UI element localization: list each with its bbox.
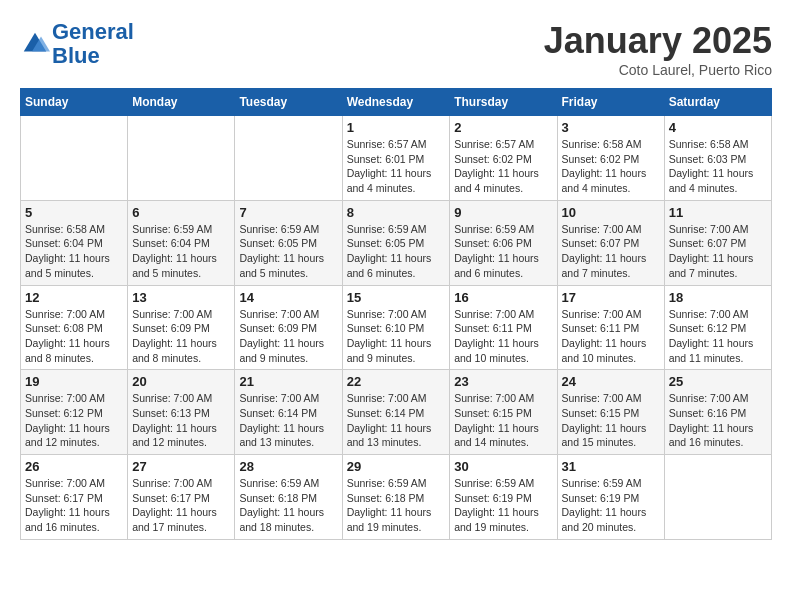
day-number: 30 [454,459,552,474]
day-info: Sunrise: 7:00 AMSunset: 6:11 PMDaylight:… [562,307,660,366]
calendar-week-4: 19Sunrise: 7:00 AMSunset: 6:12 PMDayligh… [21,370,772,455]
weekday-header-wednesday: Wednesday [342,89,450,116]
day-number: 6 [132,205,230,220]
day-number: 9 [454,205,552,220]
calendar-cell: 25Sunrise: 7:00 AMSunset: 6:16 PMDayligh… [664,370,771,455]
calendar-cell: 30Sunrise: 6:59 AMSunset: 6:19 PMDayligh… [450,455,557,540]
calendar-cell: 1Sunrise: 6:57 AMSunset: 6:01 PMDaylight… [342,116,450,201]
calendar-cell: 13Sunrise: 7:00 AMSunset: 6:09 PMDayligh… [128,285,235,370]
day-number: 16 [454,290,552,305]
day-info: Sunrise: 7:00 AMSunset: 6:10 PMDaylight:… [347,307,446,366]
calendar-week-2: 5Sunrise: 6:58 AMSunset: 6:04 PMDaylight… [21,200,772,285]
day-info: Sunrise: 6:58 AMSunset: 6:03 PMDaylight:… [669,137,767,196]
weekday-header-tuesday: Tuesday [235,89,342,116]
day-number: 23 [454,374,552,389]
day-info: Sunrise: 7:00 AMSunset: 6:14 PMDaylight:… [347,391,446,450]
calendar-cell: 21Sunrise: 7:00 AMSunset: 6:14 PMDayligh… [235,370,342,455]
calendar-cell: 19Sunrise: 7:00 AMSunset: 6:12 PMDayligh… [21,370,128,455]
logo-blue: Blue [52,43,100,68]
day-info: Sunrise: 6:59 AMSunset: 6:05 PMDaylight:… [347,222,446,281]
month-title: January 2025 [544,20,772,62]
calendar-cell: 4Sunrise: 6:58 AMSunset: 6:03 PMDaylight… [664,116,771,201]
day-info: Sunrise: 6:58 AMSunset: 6:04 PMDaylight:… [25,222,123,281]
day-number: 10 [562,205,660,220]
calendar-table: SundayMondayTuesdayWednesdayThursdayFrid… [20,88,772,540]
calendar-week-5: 26Sunrise: 7:00 AMSunset: 6:17 PMDayligh… [21,455,772,540]
day-info: Sunrise: 7:00 AMSunset: 6:16 PMDaylight:… [669,391,767,450]
weekday-header-friday: Friday [557,89,664,116]
day-info: Sunrise: 6:58 AMSunset: 6:02 PMDaylight:… [562,137,660,196]
day-info: Sunrise: 7:00 AMSunset: 6:14 PMDaylight:… [239,391,337,450]
day-info: Sunrise: 6:59 AMSunset: 6:06 PMDaylight:… [454,222,552,281]
day-info: Sunrise: 7:00 AMSunset: 6:07 PMDaylight:… [562,222,660,281]
day-info: Sunrise: 7:00 AMSunset: 6:17 PMDaylight:… [132,476,230,535]
calendar-cell: 18Sunrise: 7:00 AMSunset: 6:12 PMDayligh… [664,285,771,370]
day-number: 17 [562,290,660,305]
day-number: 2 [454,120,552,135]
day-number: 14 [239,290,337,305]
day-info: Sunrise: 7:00 AMSunset: 6:15 PMDaylight:… [454,391,552,450]
day-number: 31 [562,459,660,474]
day-info: Sunrise: 7:00 AMSunset: 6:12 PMDaylight:… [669,307,767,366]
page-header: General Blue January 2025 Coto Laurel, P… [20,20,772,78]
calendar-cell: 11Sunrise: 7:00 AMSunset: 6:07 PMDayligh… [664,200,771,285]
day-number: 22 [347,374,446,389]
day-number: 4 [669,120,767,135]
day-number: 20 [132,374,230,389]
day-info: Sunrise: 6:57 AMSunset: 6:02 PMDaylight:… [454,137,552,196]
calendar-cell: 8Sunrise: 6:59 AMSunset: 6:05 PMDaylight… [342,200,450,285]
day-info: Sunrise: 7:00 AMSunset: 6:11 PMDaylight:… [454,307,552,366]
day-info: Sunrise: 7:00 AMSunset: 6:07 PMDaylight:… [669,222,767,281]
day-number: 8 [347,205,446,220]
calendar-cell: 20Sunrise: 7:00 AMSunset: 6:13 PMDayligh… [128,370,235,455]
day-number: 26 [25,459,123,474]
calendar-cell: 12Sunrise: 7:00 AMSunset: 6:08 PMDayligh… [21,285,128,370]
calendar-cell: 16Sunrise: 7:00 AMSunset: 6:11 PMDayligh… [450,285,557,370]
day-number: 27 [132,459,230,474]
day-number: 15 [347,290,446,305]
weekday-header-sunday: Sunday [21,89,128,116]
day-number: 18 [669,290,767,305]
calendar-cell: 23Sunrise: 7:00 AMSunset: 6:15 PMDayligh… [450,370,557,455]
title-block: January 2025 Coto Laurel, Puerto Rico [544,20,772,78]
calendar-cell: 3Sunrise: 6:58 AMSunset: 6:02 PMDaylight… [557,116,664,201]
day-number: 25 [669,374,767,389]
calendar-cell: 29Sunrise: 6:59 AMSunset: 6:18 PMDayligh… [342,455,450,540]
calendar-cell: 27Sunrise: 7:00 AMSunset: 6:17 PMDayligh… [128,455,235,540]
calendar-cell: 6Sunrise: 6:59 AMSunset: 6:04 PMDaylight… [128,200,235,285]
day-number: 24 [562,374,660,389]
day-number: 21 [239,374,337,389]
calendar-cell [664,455,771,540]
calendar-cell: 14Sunrise: 7:00 AMSunset: 6:09 PMDayligh… [235,285,342,370]
day-info: Sunrise: 6:57 AMSunset: 6:01 PMDaylight:… [347,137,446,196]
day-info: Sunrise: 6:59 AMSunset: 6:05 PMDaylight:… [239,222,337,281]
calendar-cell [21,116,128,201]
weekday-header-saturday: Saturday [664,89,771,116]
day-number: 29 [347,459,446,474]
day-info: Sunrise: 6:59 AMSunset: 6:04 PMDaylight:… [132,222,230,281]
day-info: Sunrise: 6:59 AMSunset: 6:18 PMDaylight:… [347,476,446,535]
day-number: 19 [25,374,123,389]
weekday-header-thursday: Thursday [450,89,557,116]
logo-general: General [52,19,134,44]
calendar-header-row: SundayMondayTuesdayWednesdayThursdayFrid… [21,89,772,116]
logo-icon [20,29,50,59]
calendar-cell: 7Sunrise: 6:59 AMSunset: 6:05 PMDaylight… [235,200,342,285]
calendar-cell: 31Sunrise: 6:59 AMSunset: 6:19 PMDayligh… [557,455,664,540]
calendar-cell: 22Sunrise: 7:00 AMSunset: 6:14 PMDayligh… [342,370,450,455]
day-number: 12 [25,290,123,305]
calendar-cell: 26Sunrise: 7:00 AMSunset: 6:17 PMDayligh… [21,455,128,540]
day-info: Sunrise: 7:00 AMSunset: 6:09 PMDaylight:… [239,307,337,366]
calendar-week-3: 12Sunrise: 7:00 AMSunset: 6:08 PMDayligh… [21,285,772,370]
day-number: 11 [669,205,767,220]
calendar-cell [235,116,342,201]
calendar-week-1: 1Sunrise: 6:57 AMSunset: 6:01 PMDaylight… [21,116,772,201]
day-info: Sunrise: 6:59 AMSunset: 6:19 PMDaylight:… [562,476,660,535]
logo: General Blue [20,20,134,68]
day-info: Sunrise: 7:00 AMSunset: 6:13 PMDaylight:… [132,391,230,450]
calendar-cell: 9Sunrise: 6:59 AMSunset: 6:06 PMDaylight… [450,200,557,285]
calendar-cell: 5Sunrise: 6:58 AMSunset: 6:04 PMDaylight… [21,200,128,285]
calendar-cell: 10Sunrise: 7:00 AMSunset: 6:07 PMDayligh… [557,200,664,285]
day-info: Sunrise: 6:59 AMSunset: 6:18 PMDaylight:… [239,476,337,535]
weekday-header-monday: Monday [128,89,235,116]
